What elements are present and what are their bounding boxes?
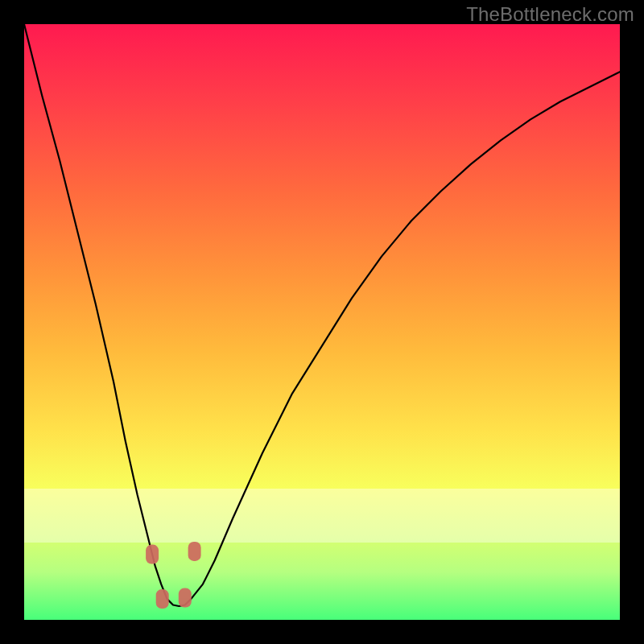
marker-group [146, 542, 201, 609]
curve-marker-0 [146, 545, 159, 564]
curve-marker-3 [179, 588, 192, 608]
curve-marker-1 [188, 542, 201, 561]
curve-marker-2 [156, 589, 169, 609]
plot-area [24, 24, 620, 620]
bottleneck-curve-svg [24, 24, 620, 620]
bottleneck-curve [24, 24, 620, 606]
chart-frame: TheBottleneck.com [0, 0, 644, 644]
watermark-text: TheBottleneck.com [466, 3, 634, 26]
